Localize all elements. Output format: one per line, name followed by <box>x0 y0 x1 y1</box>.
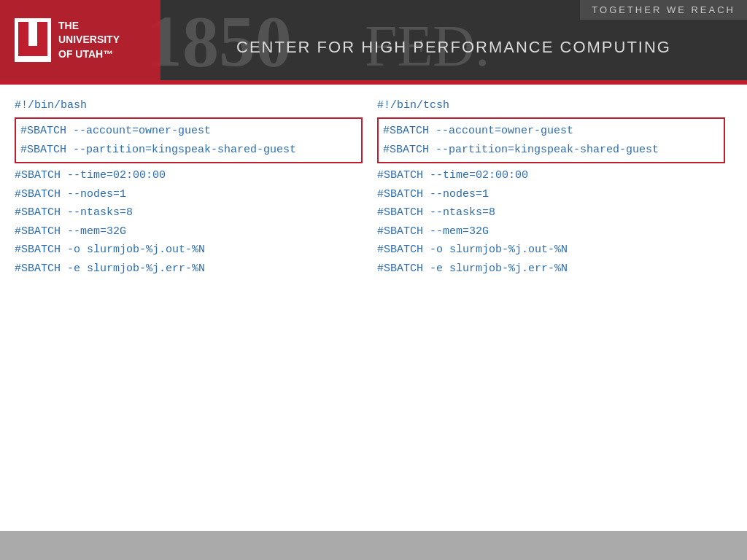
svg-rect-4 <box>37 22 47 50</box>
main-content: #!/bin/bash #SBATCH --account=owner-gues… <box>0 85 747 531</box>
right-line-1: #SBATCH --time=02:00:00 <box>377 166 725 185</box>
logo-text: THE UNIVERSITY OF UTAH™ <box>58 19 120 62</box>
center-title: CENTER FOR HIGH PERFORMANCE COMPUTING <box>160 23 747 57</box>
university-logo <box>15 18 51 62</box>
right-line-6: #SBATCH -e slurmjob-%j.err-%N <box>377 260 725 279</box>
left-code-column: #!/bin/bash #SBATCH --account=owner-gues… <box>15 99 370 516</box>
left-line-2: #SBATCH --nodes=1 <box>15 185 363 204</box>
right-line-2: #SBATCH --nodes=1 <box>377 185 725 204</box>
left-highlight-line-1: #SBATCH --account=owner-guest <box>20 122 357 141</box>
right-highlight-line-1: #SBATCH --account=owner-guest <box>383 122 719 141</box>
right-line-5: #SBATCH -o slurmjob-%j.out-%N <box>377 241 725 260</box>
right-line-3: #SBATCH --ntasks=8 <box>377 203 725 222</box>
svg-rect-5 <box>18 46 47 56</box>
right-code-column: #!/bin/tcsh #SBATCH --account=owner-gues… <box>370 99 732 516</box>
left-line-1: #SBATCH --time=02:00:00 <box>15 166 363 185</box>
right-highlighted-block: #SBATCH --account=owner-guest #SBATCH --… <box>377 117 725 163</box>
footer <box>0 531 747 560</box>
left-highlight-line-2: #SBATCH --partition=kingspeak-shared-gue… <box>20 141 357 160</box>
left-line-3: #SBATCH --ntasks=8 <box>15 203 363 222</box>
left-line-6: #SBATCH -e slurmjob-%j.err-%N <box>15 260 363 279</box>
svg-rect-3 <box>18 22 28 50</box>
header: 1850 FED. THE UNIVERSITY OF UTAH™ CENTER… <box>0 0 747 80</box>
left-line-5: #SBATCH -o slurmjob-%j.out-%N <box>15 241 363 260</box>
left-highlighted-block: #SBATCH --account=owner-guest #SBATCH --… <box>15 117 363 163</box>
left-line-4: #SBATCH --mem=32G <box>15 222 363 241</box>
left-shebang: #!/bin/bash <box>15 99 363 112</box>
right-highlight-line-2: #SBATCH --partition=kingspeak-shared-gue… <box>383 141 719 160</box>
logo-area: THE UNIVERSITY OF UTAH™ <box>0 0 160 80</box>
right-line-4: #SBATCH --mem=32G <box>377 222 725 241</box>
right-shebang: #!/bin/tcsh <box>377 99 725 112</box>
together-banner: TOGETHER WE REACH <box>580 0 747 20</box>
